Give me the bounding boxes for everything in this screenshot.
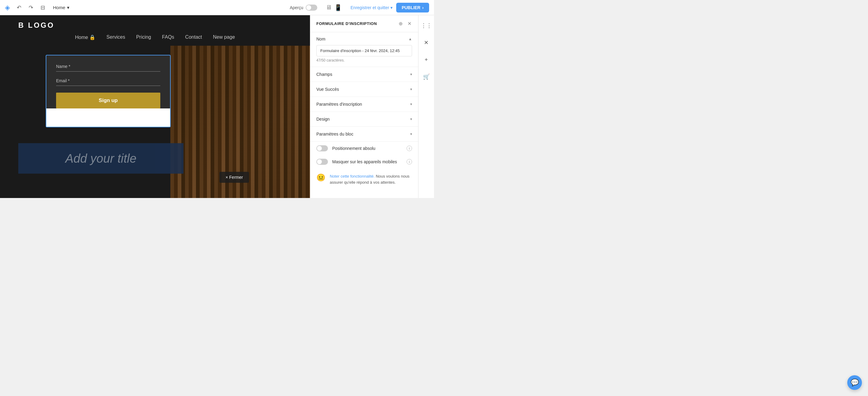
nom-section-header[interactable]: Nom ▲ [316,37,412,41]
nom-input[interactable] [316,45,412,56]
email-field: Email * [56,78,160,86]
fermer-label: × Fermer [225,175,243,180]
rating-link[interactable]: Noter cette fonctionnalité. [330,174,375,178]
close-panel-icon[interactable]: ✕ [421,37,432,48]
publier-button[interactable]: PUBLIER › [396,3,429,12]
champs-label: Champs [316,72,332,77]
panel-title: FORMULAIRE D'INSCRIPTION [316,21,377,26]
canvas-area: B LOGO Home 🔒 Services Pricing FAQs Cont… [0,15,310,198]
parametres-bloc-chevron: ▾ [410,132,412,136]
positionnement-absolu-label: Positionnement absolu [332,146,402,151]
apercu-section: Aperçu [290,5,317,11]
enregistrer-label: Enregistrer et quitter [350,5,389,10]
champs-header[interactable]: Champs ▾ [316,67,412,81]
nom-section-label: Nom [316,37,326,41]
design-header[interactable]: Design ▾ [316,112,412,126]
enregistrer-chevron: ▾ [391,5,393,10]
right-panel: FORMULAIRE D'INSCRIPTION ⊕ ✕ Nom ▲ 47/50… [310,15,418,198]
nav-new-page[interactable]: New page [213,34,235,40]
panel-header-actions: ⊕ ✕ [398,20,412,27]
nav-pricing[interactable]: Pricing [136,34,151,40]
design-label: Design [316,117,330,122]
champs-chevron: ▾ [410,72,412,76]
panel-pin-button[interactable]: ⊕ [398,20,403,27]
parametres-inscription-header[interactable]: Paramètres d'inscription ▾ [316,97,412,111]
form-widget: Name * Email * Sign up [46,55,171,127]
parametres-bloc-label: Paramètres du bloc [316,132,353,136]
name-label: Name * [56,64,160,69]
nav-contact[interactable]: Contact [185,34,202,40]
app-logo-icon: ◈ [5,4,10,11]
parametres-bloc-section: Paramètres du bloc ▾ [310,127,418,142]
design-chevron: ▾ [410,117,412,121]
masquer-appareils-info[interactable]: i [407,159,412,164]
champs-section: Champs ▾ [310,67,418,82]
design-section: Design ▾ [310,112,418,127]
site-nav: Home 🔒 Services Pricing FAQs Contact New… [75,34,235,40]
form-white-area [46,108,170,127]
email-label: Email * [56,78,160,83]
vue-succes-label: Vue Succès [316,87,339,92]
masquer-appareils-toggle[interactable] [316,159,328,165]
save-button[interactable]: ⊟ [39,3,47,12]
parametres-inscription-label: Paramètres d'inscription [316,102,362,107]
panel-close-button[interactable]: ✕ [407,20,412,27]
hierarchy-icon[interactable]: ⋮⋮ [421,20,432,31]
positionnement-absolu-info[interactable]: i [407,145,412,151]
add-title-text: Add your title [65,152,136,165]
desktop-icon[interactable]: 🖥 [326,4,332,11]
vue-succes-chevron: ▾ [410,87,412,91]
parametres-bloc-header[interactable]: Paramètres du bloc ▾ [316,127,412,141]
add-icon[interactable]: + [421,54,432,65]
rating-section: 😐 Noter cette fonctionnalité. Nous voulo… [310,168,418,190]
parametres-inscription-chevron: ▾ [410,102,412,106]
apercu-label: Aperçu [290,5,303,10]
enregistrer-button[interactable]: Enregistrer et quitter ▾ [350,5,393,10]
nav-faqs[interactable]: FAQs [162,34,174,40]
undo-button[interactable]: ↶ [15,3,23,12]
blue-bar-section: Add your title [18,143,184,174]
page-selector-button[interactable]: Home ▾ [51,4,72,11]
panel-header: FORMULAIRE D'INSCRIPTION ⊕ ✕ [310,15,418,32]
masquer-appareils-label: Masquer sur les appareils mobiles [332,159,402,164]
site-header: B LOGO Home 🔒 Services Pricing FAQs Cont… [0,15,310,46]
signup-button[interactable]: Sign up [56,93,160,108]
name-field-line [56,71,160,72]
nom-section-chevron: ▲ [408,37,412,41]
rating-text: Noter cette fonctionnalité. Nous voulons… [330,173,412,185]
name-field: Name * [56,64,160,72]
page-selector-label: Home [53,5,65,10]
masquer-appareils-row: Masquer sur les appareils mobiles i [310,155,418,168]
positionnement-absolu-row: Positionnement absolu i [310,142,418,155]
hero-section: Name * Email * Sign up Add your title × … [0,46,310,198]
nom-section: Nom ▲ 47/50 caractères. [310,32,418,67]
far-right-panel: ⋮⋮ ✕ + 🛒 [418,15,434,198]
publier-arrow: › [422,5,424,10]
nom-char-count: 47/50 caractères. [316,58,412,62]
mobile-icon[interactable]: 📱 [334,4,342,11]
toolbar: ◈ ↶ ↷ ⊟ Home ▾ Aperçu 🖥 📱 Enregistrer et… [0,0,434,15]
positionnement-absolu-toggle[interactable] [316,145,328,152]
rating-emoji: 😐 [316,173,326,182]
vue-succes-header[interactable]: Vue Succès ▾ [316,82,412,97]
fermer-button[interactable]: × Fermer [219,172,249,183]
vue-succes-section: Vue Succès ▾ [310,82,418,97]
main-layout: B LOGO Home 🔒 Services Pricing FAQs Cont… [0,15,434,198]
page-selector-chevron: ▾ [67,5,69,10]
nav-home[interactable]: Home 🔒 [75,34,95,40]
apercu-toggle[interactable] [306,5,317,11]
cart-icon[interactable]: 🛒 [421,71,432,82]
publier-label: PUBLIER [402,5,420,10]
site-logo: B LOGO [0,21,55,30]
email-field-line [56,86,160,86]
device-icons: 🖥 📱 [326,4,342,11]
parametres-inscription-section: Paramètres d'inscription ▾ [310,97,418,112]
redo-button[interactable]: ↷ [27,3,35,12]
nav-services[interactable]: Services [106,34,125,40]
